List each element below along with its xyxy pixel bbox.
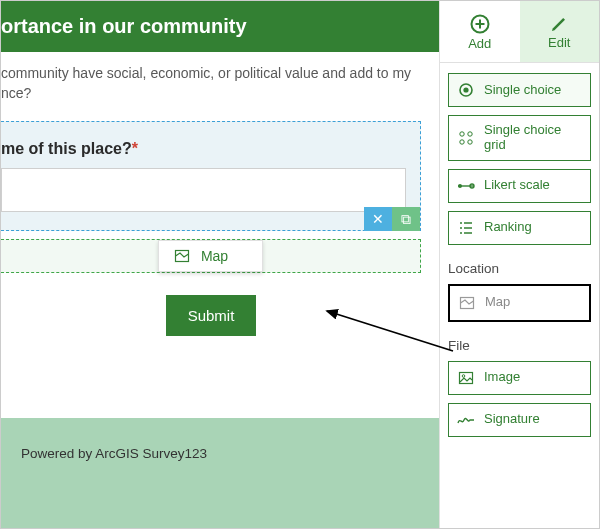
section-file: File [448,338,591,353]
dragging-map-question[interactable]: Map [158,240,263,272]
drop-target-new-question[interactable]: Map [1,239,421,273]
pencil-icon [549,14,569,34]
question-palette: Add Edit Single choice [439,1,599,528]
tab-add[interactable]: Add [440,1,520,62]
svg-point-5 [468,132,472,136]
description-line1: community have social, economic, or poli… [1,65,411,81]
survey-description: community have social, economic, or poli… [1,64,421,121]
question-label-text: me of this place? [1,140,132,157]
description-line2: nce? [1,85,31,101]
question-text-input[interactable] [1,168,406,212]
submit-button[interactable]: Submit [166,295,257,336]
option-single-choice-grid[interactable]: Single choice grid [448,115,591,161]
likert-icon [457,177,475,195]
signature-icon [457,411,475,429]
svg-point-4 [460,132,464,136]
required-marker: * [132,140,138,157]
tab-edit-label: Edit [548,35,570,50]
survey-footer: Powered by ArcGIS Survey123 [1,418,439,528]
option-ranking-label: Ranking [484,220,532,235]
option-signature[interactable]: Signature [448,403,591,437]
option-likert-scale[interactable]: Likert scale [448,169,591,203]
tab-add-label: Add [468,36,491,51]
option-single-choice[interactable]: Single choice [448,73,591,107]
survey-title: ortance in our community [1,1,439,52]
option-single-choice-grid-label: Single choice grid [484,123,582,153]
svg-point-9 [458,184,462,188]
submit-row: Submit [1,273,421,358]
map-icon [458,294,476,312]
option-ranking[interactable]: Ranking [448,211,591,245]
grid-radio-icon [457,129,475,147]
option-signature-label: Signature [484,412,540,427]
survey-body: community have social, economic, or poli… [1,52,439,358]
close-icon[interactable]: ✕ [364,207,392,231]
duplicate-icon[interactable]: ⧉ [392,207,420,231]
option-single-choice-label: Single choice [484,83,561,98]
svg-point-13 [462,375,465,378]
option-image[interactable]: Image [448,361,591,395]
image-icon [457,369,475,387]
option-map-label: Map [485,295,510,310]
question-actions: ✕ ⧉ [364,207,420,231]
map-icon [173,247,191,265]
svg-point-7 [468,140,472,144]
svg-point-6 [460,140,464,144]
palette-body: Single choice Single choice grid [440,63,599,455]
tab-edit[interactable]: Edit [520,1,600,62]
option-map[interactable]: Map [448,284,591,322]
form-designer-canvas: ortance in our community community have … [1,1,439,528]
ranking-icon [457,219,475,237]
question-label: me of this place?* [1,140,406,158]
radio-icon [457,81,475,99]
option-likert-label: Likert scale [484,178,550,193]
palette-tabs: Add Edit [440,1,599,63]
section-location: Location [448,261,591,276]
footer-text: Powered by ArcGIS Survey123 [21,446,207,461]
dragging-map-label: Map [201,248,228,264]
option-image-label: Image [484,370,520,385]
question-name-of-place[interactable]: me of this place?* ✕ ⧉ [1,121,421,231]
plus-circle-icon [469,13,491,35]
svg-point-3 [463,87,468,92]
